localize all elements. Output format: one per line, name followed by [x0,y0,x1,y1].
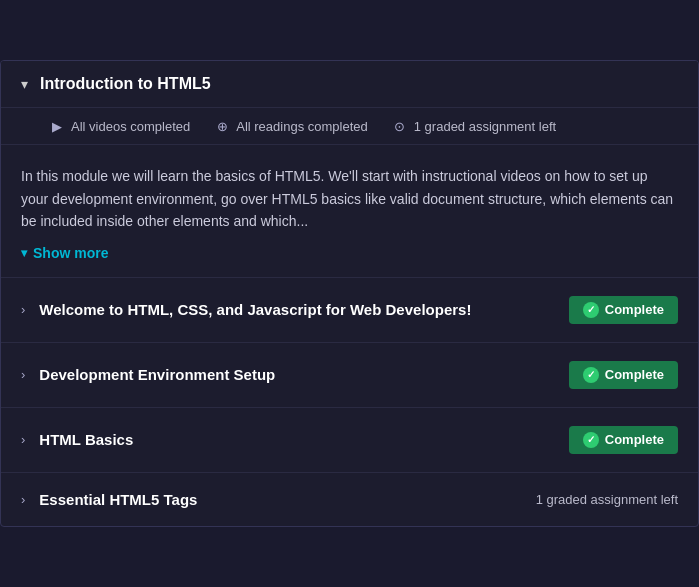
lesson-1-check-icon: ✓ [583,302,599,318]
show-more-label: Show more [33,242,108,264]
video-icon: ▶ [49,118,65,134]
graded-icon: ⊙ [392,118,408,134]
lesson-item-1[interactable]: › Welcome to HTML, CSS, and Javascript f… [1,278,698,343]
lesson-list: › Welcome to HTML, CSS, and Javascript f… [1,278,698,526]
lesson-3-left: › HTML Basics [21,431,133,448]
lesson-3-complete-badge: ✓ Complete [569,426,678,454]
lesson-2-left: › Development Environment Setup [21,366,275,383]
lesson-4-left: › Essential HTML5 Tags [21,491,197,508]
lesson-2-check-icon: ✓ [583,367,599,383]
lesson-1-chevron-icon: › [21,302,25,317]
lesson-3-title: HTML Basics [39,431,133,448]
lesson-2-title: Development Environment Setup [39,366,275,383]
videos-stat-text: All videos completed [71,119,190,134]
module-description: In this module we will learn the basics … [1,145,698,278]
module-collapse-chevron[interactable]: ▾ [21,76,28,92]
lesson-item-2[interactable]: › Development Environment Setup ✓ Comple… [1,343,698,408]
lesson-1-status-label: Complete [605,302,664,317]
lesson-4-title: Essential HTML5 Tags [39,491,197,508]
module-title: Introduction to HTML5 [40,75,211,93]
lesson-item-4[interactable]: › Essential HTML5 Tags 1 graded assignme… [1,473,698,526]
lesson-1-complete-badge: ✓ Complete [569,296,678,324]
lesson-3-chevron-icon: › [21,432,25,447]
stat-readings: ⊕ All readings completed [214,118,368,134]
lesson-4-status-label: 1 graded assignment left [536,492,678,507]
readings-stat-text: All readings completed [236,119,368,134]
reading-icon: ⊕ [214,118,230,134]
stat-graded: ⊙ 1 graded assignment left [392,118,556,134]
lesson-1-title: Welcome to HTML, CSS, and Javascript for… [39,301,471,318]
module-header: ▾ Introduction to HTML5 [1,61,698,108]
stat-videos: ▶ All videos completed [49,118,190,134]
lesson-2-status-label: Complete [605,367,664,382]
lesson-item-3[interactable]: › HTML Basics ✓ Complete [1,408,698,473]
description-text: In this module we will learn the basics … [21,165,678,232]
module-container: ▾ Introduction to HTML5 ▶ All videos com… [0,60,699,527]
lesson-4-chevron-icon: › [21,492,25,507]
lesson-1-left: › Welcome to HTML, CSS, and Javascript f… [21,301,471,318]
lesson-2-chevron-icon: › [21,367,25,382]
lesson-3-check-icon: ✓ [583,432,599,448]
show-more-chevron-icon: ▾ [21,244,27,263]
show-more-button[interactable]: ▾ Show more [21,242,678,264]
lesson-3-status-label: Complete [605,432,664,447]
lesson-2-complete-badge: ✓ Complete [569,361,678,389]
graded-stat-text: 1 graded assignment left [414,119,556,134]
module-stats: ▶ All videos completed ⊕ All readings co… [1,108,698,145]
